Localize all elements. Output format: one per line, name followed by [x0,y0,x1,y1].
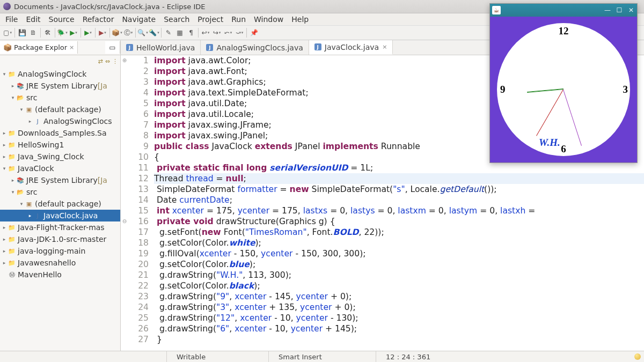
close-icon[interactable]: × [69,44,74,51]
maximize-icon[interactable]: ☐ [616,6,623,14]
pkg-icon: ▣ [25,105,33,114]
menu-project[interactable]: Project [194,14,226,25]
tree-row[interactable]: ▸📁HelloSwing1 [0,139,120,151]
tree-label: HelloSwing1 [18,141,64,149]
tree-label: MavenHello [18,270,62,279]
prj-icon: 📁 [8,141,16,149]
menu-run[interactable]: Run [228,14,249,25]
prj-icon: 📁 [8,70,16,78]
tree-row[interactable]: ▸📁Java_Swing_Clock [0,151,120,162]
status-writable: Writable [166,351,268,362]
tree-row[interactable]: ▾▣(default package) [0,198,120,210]
tree-row[interactable]: ▸📁Java-JDK-1.0-src-master [0,233,120,245]
last-edit-button[interactable]: ⤺ [223,27,233,38]
new-class-button[interactable]: Ⓒ [123,27,134,38]
java-file-icon: J [206,44,213,51]
tree-label: (default package) [35,105,101,114]
view-menu-icon[interactable]: ⋮ [112,58,118,65]
save-all-button[interactable]: 🗎 [28,27,39,38]
tree-row[interactable]: ▸📁Java-Flight-Tracker-mas [0,221,120,233]
tree-label: (default package) [35,200,101,208]
show-whitespace-button[interactable]: ¶ [186,27,196,38]
tree-label: JavaClock.java [43,211,98,220]
jfile-icon: J [33,117,42,125]
close-icon[interactable]: ✕ [627,6,635,14]
tree-label: Java-Flight-Tracker-mas [18,223,105,232]
prj-icon: 📁 [8,164,16,173]
back-button[interactable]: ↩ [200,27,211,38]
tree-row[interactable]: ⓂMavenHello [0,269,120,280]
clock-9: 9 [500,84,506,95]
link-editor-icon[interactable]: ⇔ [105,58,110,65]
window-title: Documents - JavaClock/src/JavaClock.java… [14,3,206,11]
tree-row[interactable]: ▾📁AnalogSwingClock [0,68,120,80]
status-position: 12 : 24 : 361 [376,351,456,362]
minimize-view-button[interactable]: ▭ [105,41,120,54]
package-explorer-label: Package Explor [14,43,67,51]
run-button[interactable]: ▶ [68,27,79,38]
debug-button[interactable]: 🪲 [57,27,68,38]
status-bar: Writable Smart Insert 12 : 24 : 361 [0,351,644,362]
menu-help[interactable]: Help [288,14,312,25]
tree-row[interactable]: ▸📚JRE System Library [Ja [0,174,120,186]
toggle-mark-button[interactable]: ✎ [163,27,174,38]
tree-row[interactable]: ▾▣(default package) [0,104,120,115]
clock-panel: 12 3 6 9 W.H. [490,17,637,162]
collapse-all-icon[interactable]: ⇄ [98,58,103,65]
menu-refactor[interactable]: Refactor [79,14,118,25]
tree-row[interactable]: ▸📁java-logging-main [0,245,120,257]
external-tools-button[interactable]: ▶ [97,27,108,38]
search-button[interactable]: 🔦 [149,27,159,38]
menu-navigate[interactable]: Navigate [119,14,159,25]
editor-tab[interactable]: JHelloWorld.java [121,40,201,55]
package-tree[interactable]: ▾📁AnalogSwingClock▸📚JRE System Library [… [0,67,120,351]
tree-label: Downloads_Samples.Sa [18,129,107,137]
open-type-button[interactable]: 🔍 [137,27,148,38]
editor-tab[interactable]: JAnalogSwingClocs.java [201,40,309,55]
menu-source[interactable]: Source [46,14,78,25]
prj-icon: 📁 [8,247,16,255]
tree-label: JRE System Library [26,176,98,184]
tree-row[interactable]: ▸JAnalogSwingClocs [0,115,120,127]
menu-window[interactable]: Window [251,14,287,25]
tree-row[interactable]: ▾📁JavaClock [0,162,120,174]
tree-row[interactable]: ▸📁Javawesnahello [0,257,120,269]
pin-editor-button[interactable]: 📌 [248,27,259,38]
minimize-icon[interactable]: — [604,6,611,14]
pkg-icon: ▣ [25,200,33,208]
menu-search[interactable]: Search [160,14,193,25]
eclipse-orb-icon [3,3,11,10]
menu-file[interactable]: File [2,14,21,25]
jfile-icon: J [33,211,42,220]
tree-label: JavaClock [18,164,54,173]
java-clock-window[interactable]: ☕ — ☐ ✕ 12 3 6 9 W.H. [489,3,638,163]
prj-icon: 📁 [8,235,16,243]
close-icon[interactable]: × [382,43,387,50]
tree-row[interactable]: ▾📂src [0,186,120,198]
tree-label: JRE System Library [26,82,98,90]
tree-label: java-logging-main [18,247,85,255]
forward-button[interactable]: ↪ [211,27,222,38]
new-package-button[interactable]: 📦 [112,27,122,38]
tree-row[interactable]: ▸📚JRE System Library [Ja [0,80,120,92]
coverage-button[interactable]: ▶ [83,27,93,38]
clock-window-titlebar[interactable]: ☕ — ☐ ✕ [490,4,637,17]
new-button[interactable]: ▢ [2,27,13,38]
build-button[interactable]: 🛠 [42,27,53,38]
tree-label: src [26,188,37,196]
save-button[interactable]: 💾 [17,27,27,38]
editor-tab-label: JavaClock.java [325,43,379,51]
menu-edit[interactable]: Edit [23,14,43,25]
tree-row[interactable]: ▾📂src [0,92,120,104]
tip-bulb-icon[interactable] [634,353,641,360]
mvn-icon: Ⓜ [8,270,16,279]
tree-row[interactable]: ▸JJavaClock.java [0,210,120,221]
toggle-block-button[interactable]: ▦ [174,27,185,38]
editor-tab[interactable]: JJavaClock.java× [309,40,393,55]
next-annotation-button[interactable]: ⤻ [234,27,245,38]
package-explorer-tab[interactable]: 📦 Package Explor × [0,41,78,54]
second-hand [563,90,582,146]
editor-tab-label: HelloWorld.java [136,43,195,52]
hour-hand [527,89,564,93]
tree-row[interactable]: ▸📁Downloads_Samples.Sa [0,127,120,139]
